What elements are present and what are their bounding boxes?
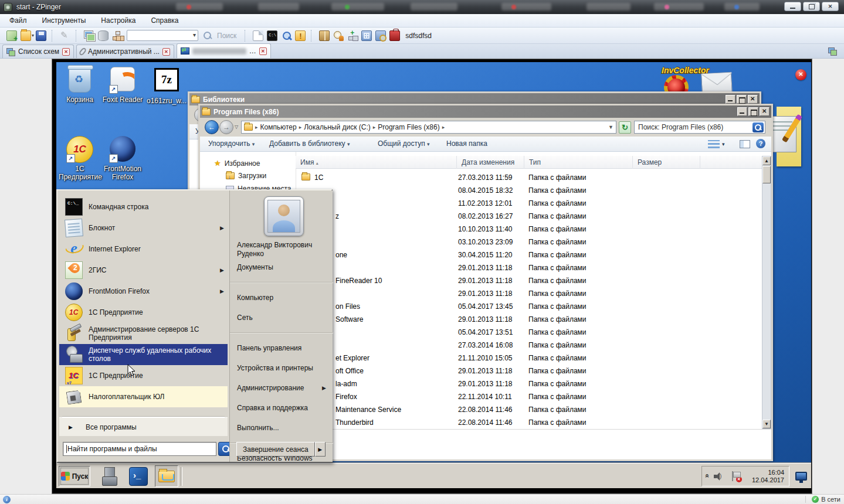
minimize-button[interactable] xyxy=(784,2,801,11)
database-icon[interactable] xyxy=(98,30,109,41)
start-menu-right-item[interactable]: Выполнить... xyxy=(230,423,333,433)
file-row[interactable]: Firefox22.11.2014 10:11Папка с файлами xyxy=(296,390,762,403)
file-row[interactable]: Software29.01.2013 11:18Папка с файлами xyxy=(296,313,762,326)
address-dropdown-icon[interactable]: ▼ xyxy=(608,124,613,130)
images-icon[interactable] xyxy=(84,30,94,41)
close-button[interactable] xyxy=(748,95,758,104)
scrollbar-thumb[interactable] xyxy=(762,166,771,183)
start-menu-item[interactable]: Internet Explorer xyxy=(59,239,228,260)
minimize-button[interactable] xyxy=(726,95,735,104)
start-menu-right-item[interactable]: Компьютер xyxy=(230,292,333,302)
start-menu-right-item[interactable]: Администрирование▶ xyxy=(230,383,333,393)
breadcrumb-program-files[interactable]: Program Files (x86) xyxy=(378,123,439,131)
tab-close-icon[interactable]: ✕ xyxy=(162,48,170,56)
organize-button[interactable]: Упорядочить ▾ xyxy=(208,139,255,148)
breadcrumb-computer[interactable]: Компьютер xyxy=(260,123,297,131)
scroll-down-icon[interactable]: ▼ xyxy=(762,420,771,428)
help-icon[interactable]: ? xyxy=(756,139,765,148)
start-menu-right-item[interactable]: Справка и поддержка xyxy=(230,403,333,413)
volume-icon[interactable]: ) xyxy=(713,472,723,481)
explorer-titlebar[interactable]: Program Files (x86) xyxy=(200,105,771,118)
file-row[interactable]: FineReader 1029.01.2013 11:18Папка с фай… xyxy=(296,274,762,287)
sessions-icon[interactable] xyxy=(333,30,344,41)
add-node-icon[interactable] xyxy=(347,30,358,41)
share-button[interactable]: Общий доступ ▾ xyxy=(378,139,430,148)
back-button[interactable]: ← xyxy=(205,120,219,134)
desktop-icon-1c[interactable]: 1С 1С Предприятие xyxy=(59,136,101,181)
new-scheme-icon[interactable] xyxy=(6,30,17,41)
explorer-search-input[interactable]: Поиск: Program Files (x86) xyxy=(634,121,765,134)
history-dropdown-icon[interactable]: ▽ xyxy=(235,124,238,130)
taskbar-rds-manager-icon[interactable] xyxy=(101,467,120,486)
start-menu-right-item[interactable]: Панель управления xyxy=(230,343,333,353)
action-center-icon[interactable]: ✕ xyxy=(731,471,740,482)
tray-expand-icon[interactable]: » xyxy=(703,475,711,478)
start-menu-right-item[interactable]: Документы xyxy=(230,262,333,272)
file-row[interactable]: 29.01.2013 11:18Папка с файлами xyxy=(296,287,762,300)
remote-desktop[interactable]: Корзина Foxit Reader 7z o161zru_w... 1С … xyxy=(56,62,811,488)
save-icon[interactable] xyxy=(36,30,46,41)
maximize-button[interactable] xyxy=(737,95,747,104)
menu-file[interactable]: Файл xyxy=(9,16,27,25)
preview-pane-icon[interactable] xyxy=(740,140,750,148)
magnifier-icon[interactable] xyxy=(281,30,291,41)
tab-close-icon[interactable]: ✕ xyxy=(62,48,70,56)
column-header-date[interactable]: Дата изменения xyxy=(457,156,524,169)
desktop-icon-foxit[interactable]: Foxit Reader xyxy=(101,67,144,104)
start-menu-item[interactable]: 1С Предприятие xyxy=(59,302,228,323)
menu-settings[interactable]: Настройка xyxy=(101,16,135,25)
start-button[interactable]: Пуск xyxy=(59,466,90,486)
scroll-up-icon[interactable]: ▲ xyxy=(762,156,771,165)
close-button[interactable] xyxy=(822,2,839,11)
buildings-icon[interactable] xyxy=(361,30,372,41)
tab-close-icon[interactable]: ✕ xyxy=(259,47,267,55)
tab-scheme-list[interactable]: Список схем ✕ xyxy=(2,45,74,58)
search-icon[interactable] xyxy=(202,30,213,41)
add-to-library-button[interactable]: Добавить в библиотеку ▾ xyxy=(269,139,350,148)
file-row[interactable]: 05.04.2017 13:51Папка с файлами xyxy=(296,326,762,339)
start-menu-item[interactable]: Налогоплательщик ЮЛ xyxy=(59,386,228,407)
tab-list-icon[interactable] xyxy=(828,47,837,55)
file-row[interactable]: 10.10.2013 11:40Папка с файлами xyxy=(296,223,762,236)
show-desktop-button[interactable] xyxy=(794,467,808,485)
file-row[interactable]: 11.02.2013 12:01Папка с файлами xyxy=(296,197,762,210)
search-magnifier-icon[interactable] xyxy=(753,122,764,132)
new-folder-button[interactable]: Новая папка xyxy=(446,139,487,148)
taskbar-explorer-icon[interactable] xyxy=(155,465,178,487)
file-row[interactable]: z08.02.2013 16:27Папка с файлами xyxy=(296,210,762,223)
open-icon[interactable] xyxy=(21,30,31,41)
tray-clock[interactable]: 16:04 12.04.2017 xyxy=(752,469,784,484)
file-row[interactable]: on Files05.04.2017 13:45Папка с файлами xyxy=(296,300,762,313)
sidebar-favorites[interactable]: ★ Избранное xyxy=(214,159,260,168)
restore-button[interactable] xyxy=(803,2,820,11)
file-row[interactable]: 03.10.2013 23:09Папка с файлами xyxy=(296,236,762,248)
start-menu-item[interactable]: 2ГИС▶ xyxy=(59,260,228,281)
views-dropdown-icon[interactable]: ▾ xyxy=(722,141,725,147)
file-row[interactable]: one30.04.2015 11:20Папка с файлами xyxy=(296,248,762,261)
desktop-icon-firefox[interactable]: FrontMotion Firefox xyxy=(101,136,144,181)
start-menu-item[interactable]: Командная строка xyxy=(59,196,228,217)
file-row[interactable]: 27.03.2014 16:08Папка с файлами xyxy=(296,339,762,352)
start-menu-item[interactable]: Диспетчер служб удаленных рабочих столов xyxy=(59,344,228,365)
file-row[interactable]: la-adm29.01.2013 11:18Папка с файлами xyxy=(296,377,762,390)
file-row[interactable]: Maintenance Service22.08.2014 11:46Папка… xyxy=(296,403,762,416)
views-icon[interactable] xyxy=(708,140,720,148)
desktop-icon-7zip[interactable]: 7z o161zru_w... xyxy=(145,68,188,105)
menu-tools[interactable]: Инструменты xyxy=(42,16,86,25)
start-menu-item[interactable]: 1С Предприятие xyxy=(59,365,228,386)
file-row[interactable]: oft Office29.01.2013 11:18Папка с файлам… xyxy=(296,365,762,377)
hierarchy-icon[interactable] xyxy=(112,30,123,41)
address-book-icon[interactable] xyxy=(319,30,330,41)
file-row[interactable]: 08.04.2015 18:32Папка с файлами xyxy=(296,184,762,197)
vertical-scrollbar[interactable]: ▲ ▼ xyxy=(762,156,771,429)
all-programs-item[interactable]: ▶ Все программы xyxy=(59,417,228,436)
address-bar[interactable]: ▸ Компьютер ▸ Локальный диск (C:) ▸ Prog… xyxy=(241,121,616,134)
breadcrumb-disk-c[interactable]: Локальный диск (C:) xyxy=(304,123,371,131)
refresh-button[interactable]: ↻ xyxy=(619,121,631,134)
sidebar-downloads[interactable]: ↓ Загрузки xyxy=(226,172,266,180)
gadget-close-icon[interactable]: ✕ xyxy=(795,69,806,80)
tab-remote-session[interactable]: … ✕ xyxy=(177,43,271,58)
taskbar-powershell-icon[interactable] xyxy=(129,467,148,486)
info-icon[interactable]: i xyxy=(3,496,11,503)
menu-help[interactable]: Справка xyxy=(151,16,178,25)
